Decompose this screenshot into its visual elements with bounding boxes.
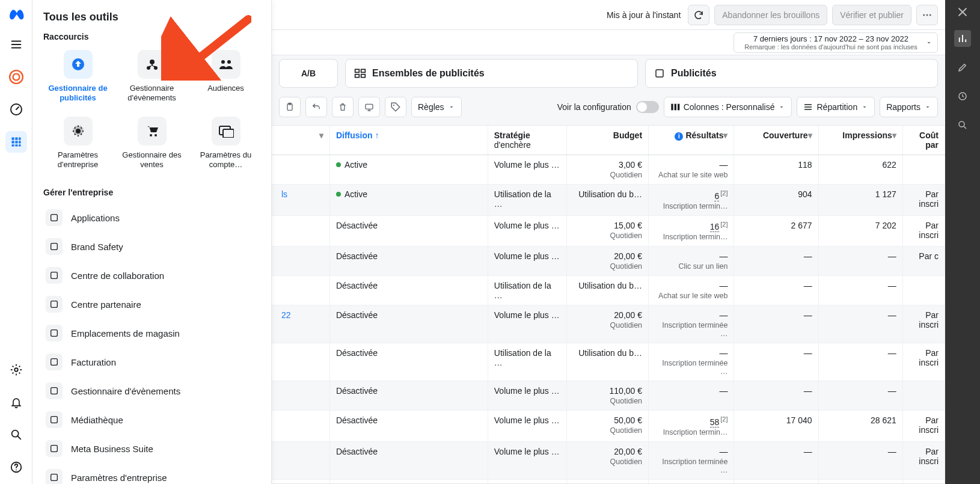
review-publish-button[interactable]: Vérifier et publier bbox=[832, 5, 911, 25]
discard-drafts-button[interactable]: Abandonner les brouillons bbox=[714, 5, 827, 25]
table-row[interactable]: ActiveVolume le plus …3,00 €Quotidien—Ac… bbox=[272, 155, 945, 185]
more-menu-button[interactable] bbox=[916, 5, 938, 25]
manage-item-icon bbox=[46, 354, 63, 370]
level-tabs: A/B Ensembles de publicités Publicités bbox=[272, 59, 945, 88]
refresh-button[interactable] bbox=[688, 5, 709, 25]
data-table: ▾ Diffusion ↑ Stratégied'enchère Budget … bbox=[272, 126, 945, 484]
tab-adsets[interactable]: Ensembles de publicités bbox=[345, 59, 638, 88]
svg-point-3 bbox=[14, 368, 18, 372]
table-row[interactable]: lsActiveUtilisation de la …Utilisation d… bbox=[272, 185, 945, 216]
svg-rect-42 bbox=[678, 104, 679, 111]
search-icon[interactable] bbox=[5, 424, 27, 446]
table-row[interactable]: ENCEDésactivéeVolume le plus …200,00 €Gl… bbox=[272, 479, 945, 484]
manage-item-icon bbox=[46, 267, 63, 284]
meta-logo[interactable] bbox=[8, 6, 25, 23]
svg-rect-27 bbox=[51, 474, 58, 481]
breakdown-icon bbox=[803, 103, 813, 111]
data-table-wrapper[interactable]: ▾ Diffusion ↑ Stratégied'enchère Budget … bbox=[272, 125, 945, 484]
bell-icon[interactable] bbox=[5, 391, 27, 413]
reports-button[interactable]: Rapports bbox=[880, 97, 938, 117]
svg-rect-34 bbox=[361, 75, 366, 78]
svg-rect-17 bbox=[223, 129, 234, 138]
shortcut-business-settings[interactable]: Paramètres d'entreprise bbox=[43, 114, 112, 175]
col-budget[interactable]: Budget bbox=[567, 126, 649, 155]
table-toolbar: Règles Voir la configuration Colonnes : … bbox=[272, 93, 945, 121]
ads-manager-nav-icon[interactable] bbox=[5, 66, 27, 88]
trash-button[interactable] bbox=[332, 97, 354, 117]
shortcuts-label: Raccourcis bbox=[43, 32, 260, 41]
col-cost[interactable]: Coût par bbox=[902, 126, 945, 155]
help-icon[interactable] bbox=[5, 456, 27, 478]
manage-item[interactable]: Gestionnaire d'évènements bbox=[43, 376, 260, 405]
manage-item[interactable]: Centre partenaire bbox=[43, 290, 260, 319]
undo-button[interactable] bbox=[305, 97, 327, 117]
manage-item-label: Emplacements de magasin bbox=[71, 328, 180, 338]
manage-item[interactable]: Médiathèque bbox=[43, 405, 260, 434]
shortcut-commerce-manager[interactable]: Gestionnaire des ventes bbox=[117, 114, 186, 175]
svg-point-14 bbox=[150, 134, 152, 136]
svg-rect-32 bbox=[361, 69, 366, 72]
grid-icon[interactable] bbox=[5, 131, 27, 153]
tab-ads[interactable]: Publicités bbox=[645, 59, 938, 88]
table-row[interactable]: DésactivéeVolume le plus …15,00 €Quotidi… bbox=[272, 215, 945, 247]
table-row[interactable]: DésactivéeVolume le plus …110,00 €Quotid… bbox=[272, 381, 945, 411]
col-diffusion[interactable]: Diffusion ↑ bbox=[329, 126, 488, 155]
columns-button[interactable]: Colonnes : Personnalisé bbox=[664, 97, 792, 117]
table-row[interactable]: DésactivéeVolume le plus …20,00 €Quotidi… bbox=[272, 441, 945, 479]
svg-rect-25 bbox=[51, 417, 58, 423]
manage-item[interactable]: Brand Safety bbox=[43, 232, 260, 261]
all-tools-panel: Tous les outils Raccourcis Gestionnaire … bbox=[32, 0, 272, 484]
svg-point-15 bbox=[155, 134, 157, 136]
rules-button[interactable]: Règles bbox=[411, 97, 462, 117]
svg-rect-33 bbox=[355, 75, 360, 78]
date-range-picker[interactable]: 7 derniers jours : 17 nov 2022 – 23 nov … bbox=[733, 32, 938, 53]
gauge-icon[interactable] bbox=[5, 99, 27, 120]
clock-icon[interactable] bbox=[954, 88, 971, 105]
svg-rect-31 bbox=[355, 69, 360, 72]
chart-icon[interactable] bbox=[954, 30, 971, 47]
col-coverage[interactable]: Couverture▾ bbox=[734, 126, 818, 155]
manage-item-label: Gestionnaire d'évènements bbox=[71, 386, 180, 396]
edit-icon[interactable] bbox=[954, 59, 971, 76]
manage-item[interactable]: Paramètres d'entreprise bbox=[43, 463, 260, 484]
manage-item-label: Centre de collaboration bbox=[71, 271, 164, 281]
svg-rect-22 bbox=[51, 330, 58, 337]
shortcut-events-manager[interactable]: Gestionnaire d'évènements bbox=[117, 47, 186, 108]
col-results[interactable]: iRésultats▾ bbox=[649, 126, 734, 155]
manage-item[interactable]: Emplacements de magasin bbox=[43, 319, 260, 348]
svg-point-39 bbox=[393, 105, 394, 106]
tag-button[interactable] bbox=[385, 97, 406, 117]
manage-item[interactable]: Applications bbox=[43, 203, 260, 232]
manage-item[interactable]: Centre de collaboration bbox=[43, 261, 260, 290]
manage-item-icon bbox=[46, 325, 63, 342]
search-panel-icon[interactable] bbox=[954, 117, 971, 133]
table-row[interactable]: 22DésactivéeVolume le plus …20,00 €Quoti… bbox=[272, 305, 945, 343]
table-row[interactable]: DésactivéeUtilisation de la …Utilisation… bbox=[272, 343, 945, 381]
manage-item-label: Brand Safety bbox=[71, 242, 123, 252]
col-impressions[interactable]: Impressions▾ bbox=[818, 126, 902, 155]
manage-item-label: Meta Business Suite bbox=[71, 444, 153, 454]
svg-point-29 bbox=[926, 14, 928, 16]
col-strategy[interactable]: Stratégied'enchère bbox=[488, 126, 566, 155]
shortcut-ads-manager[interactable]: Gestionnaire de publicités bbox=[43, 47, 112, 108]
table-row[interactable]: DésactivéeVolume le plus …20,00 €Quotidi… bbox=[272, 247, 945, 276]
manage-item-label: Médiathèque bbox=[71, 415, 123, 425]
export-button[interactable] bbox=[358, 97, 380, 117]
clipboard-button[interactable] bbox=[279, 97, 301, 117]
breakdown-button[interactable]: Répartition bbox=[797, 97, 875, 117]
shortcut-account-settings[interactable]: Paramètres du compte… bbox=[191, 114, 260, 175]
table-row[interactable]: DésactivéeVolume le plus …50,00 €Quotidi… bbox=[272, 411, 945, 442]
hamburger-icon[interactable] bbox=[5, 34, 27, 55]
adsets-icon bbox=[354, 68, 366, 79]
close-icon[interactable] bbox=[957, 6, 969, 18]
settings-icon[interactable] bbox=[5, 359, 27, 381]
view-config-toggle[interactable]: Voir la configuration bbox=[557, 101, 659, 113]
manage-item[interactable]: Meta Business Suite bbox=[43, 434, 260, 463]
tab-ab[interactable]: A/B bbox=[279, 59, 338, 88]
table-row[interactable]: DésactivéeUtilisation de la …Utilisation… bbox=[272, 276, 945, 305]
col-first[interactable]: ▾ bbox=[272, 126, 329, 155]
svg-rect-26 bbox=[51, 446, 58, 452]
manage-item[interactable]: Facturation bbox=[43, 348, 260, 376]
svg-point-4 bbox=[11, 430, 18, 437]
shortcut-audiences[interactable]: Audiences bbox=[191, 47, 260, 108]
